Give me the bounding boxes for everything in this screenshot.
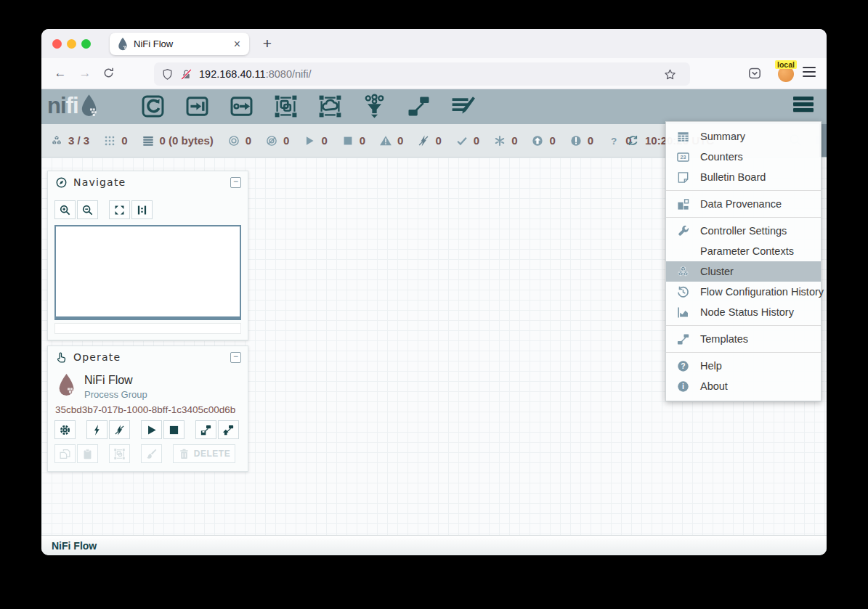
global-menu-button[interactable]	[793, 97, 814, 114]
browser-menu-button[interactable]	[803, 67, 816, 78]
zoom-in-button[interactable]	[54, 200, 76, 219]
url-bar[interactable]: 192.168.40.11:8080/nifi/	[154, 62, 690, 86]
close-tab-icon[interactable]: ×	[232, 38, 242, 51]
svg-text:?: ?	[681, 362, 685, 370]
zoom-actual-size-button[interactable]	[131, 200, 153, 219]
menu-item-templates[interactable]: Templates	[666, 329, 821, 349]
output-port-icon[interactable]	[229, 94, 254, 119]
start-button[interactable]	[141, 420, 162, 439]
browser-tab[interactable]: NiFi Flow ×	[110, 33, 249, 55]
menu-item-about[interactable]: iAbout	[666, 376, 821, 396]
svg-text:?: ?	[611, 135, 617, 146]
flow-name: NiFi Flow	[84, 374, 147, 387]
label-icon[interactable]	[450, 94, 476, 119]
nifi-logo: nifi	[47, 93, 99, 119]
provenance-icon	[676, 197, 690, 211]
stop-icon	[168, 424, 180, 436]
menu-item-help[interactable]: ?Help	[666, 356, 821, 376]
menu-item-controller-settings[interactable]: Controller Settings	[666, 221, 821, 241]
url-text[interactable]: 192.168.40.11:8080/nifi/	[199, 68, 664, 80]
bolt-icon	[91, 424, 103, 436]
about-icon: i	[676, 380, 690, 393]
upload-template-button[interactable]	[218, 420, 239, 439]
process-group-icon[interactable]	[273, 94, 299, 119]
menu-item-summary[interactable]: Summary	[666, 126, 821, 147]
remote-process-group-icon[interactable]	[317, 94, 343, 119]
new-tab-button[interactable]: +	[257, 33, 277, 54]
zoom-out-button[interactable]	[77, 200, 98, 219]
template-icon[interactable]	[406, 94, 431, 119]
funnel-icon[interactable]	[362, 94, 387, 119]
forward-button[interactable]: →	[76, 65, 94, 82]
play-icon	[145, 424, 158, 436]
compass-icon	[55, 176, 68, 189]
shield-icon[interactable]	[161, 68, 174, 81]
birdseye-brush[interactable]	[54, 323, 241, 334]
zoom-fit-button[interactable]	[109, 200, 130, 219]
back-button[interactable]: ←	[52, 65, 69, 82]
group-select-icon	[113, 448, 126, 460]
status-disabled-components-value: 0	[435, 134, 441, 147]
delete-button: DELETE	[173, 444, 235, 463]
status-locally-modified-versioned-process-groups: 0	[493, 134, 517, 147]
status-stale-versioned-process-groups: 0	[531, 134, 555, 147]
browser-window: NiFi Flow × + ← → 192.168.40.11:8080/nif…	[41, 29, 827, 555]
summary-icon	[676, 130, 690, 144]
input-port-icon[interactable]	[184, 94, 210, 119]
menu-item-label: Data Provenance	[700, 198, 782, 210]
invalid-icon	[379, 134, 392, 147]
breadcrumb-root[interactable]: NiFi Flow	[52, 540, 97, 552]
menu-item-data-provenance[interactable]: Data Provenance	[666, 194, 821, 214]
close-window-button[interactable]	[52, 39, 62, 49]
breadcrumb-bar: NiFi Flow	[41, 535, 827, 555]
stale-icon	[531, 134, 544, 147]
bolt-off-icon	[417, 134, 430, 147]
process-group-id: 35cbd3b7-017b-1000-8bff-1c3405c00d6b	[55, 404, 235, 415]
counters-icon: 23	[676, 150, 690, 164]
birdseye-view[interactable]	[54, 225, 241, 320]
process-group-drop-icon	[57, 372, 76, 398]
status-transmitting-remote-process-groups-value: 0	[246, 134, 251, 147]
browser-tab-bar: NiFi Flow × +	[41, 29, 827, 58]
menu-item-parameter-contexts[interactable]: Parameter Contexts	[666, 241, 821, 261]
collapse-navigate-button[interactable]: −	[230, 177, 241, 188]
enable-button[interactable]	[86, 420, 108, 439]
menu-item-label: About	[700, 380, 728, 392]
status-active-threads: 0	[103, 134, 127, 147]
menu-divider	[666, 352, 821, 353]
menu-item-label: Summary	[700, 131, 745, 142]
menu-item-cluster[interactable]: Cluster	[666, 261, 821, 282]
svg-text:i: i	[682, 383, 684, 391]
status-total-queued: 0 (0 bytes)	[142, 134, 214, 147]
menu-item-node-status-history[interactable]: Node Status History	[666, 302, 821, 322]
collapse-operate-button[interactable]: −	[230, 352, 241, 363]
pocket-icon[interactable]	[747, 66, 762, 81]
menu-item-label: Controller Settings	[700, 225, 787, 237]
flow-type: Process Group	[84, 389, 147, 400]
status-total-queued-value: 0 (0 bytes)	[160, 134, 214, 147]
menu-item-counters[interactable]: 23Counters	[666, 147, 821, 167]
stop-button[interactable]	[163, 420, 184, 439]
insecure-lock-icon[interactable]	[180, 68, 192, 81]
refresh-icon[interactable]	[627, 134, 639, 147]
menu-item-bulletin-board[interactable]: Bulletin Board	[666, 167, 821, 187]
operate-panel-header: Operate −	[48, 346, 248, 368]
menu-item-label: Parameter Contexts	[700, 245, 794, 257]
reload-button[interactable]	[102, 67, 115, 79]
status-up-to-date-versioned-process-groups-value: 0	[474, 134, 479, 147]
configuration-button[interactable]	[54, 420, 76, 439]
operate-panel: Operate − NiFi Flow Process Group 35cbd3…	[47, 346, 248, 472]
maximize-window-button[interactable]	[81, 39, 91, 49]
menu-item-flow-configuration-history[interactable]: Flow Configuration History	[666, 282, 821, 302]
transmitting-icon	[227, 134, 240, 147]
save-template-button[interactable]	[195, 420, 216, 439]
menu-item-label: Templates	[700, 333, 748, 345]
bookmark-star-icon[interactable]	[664, 68, 676, 81]
zoom-out-icon	[81, 204, 94, 216]
profile-button[interactable]: local	[775, 62, 798, 85]
hand-pointer-icon	[55, 351, 68, 364]
processor-icon[interactable]	[140, 94, 166, 119]
component-toolbar	[140, 94, 476, 119]
minimize-window-button[interactable]	[67, 39, 76, 49]
disable-button[interactable]	[109, 420, 130, 439]
